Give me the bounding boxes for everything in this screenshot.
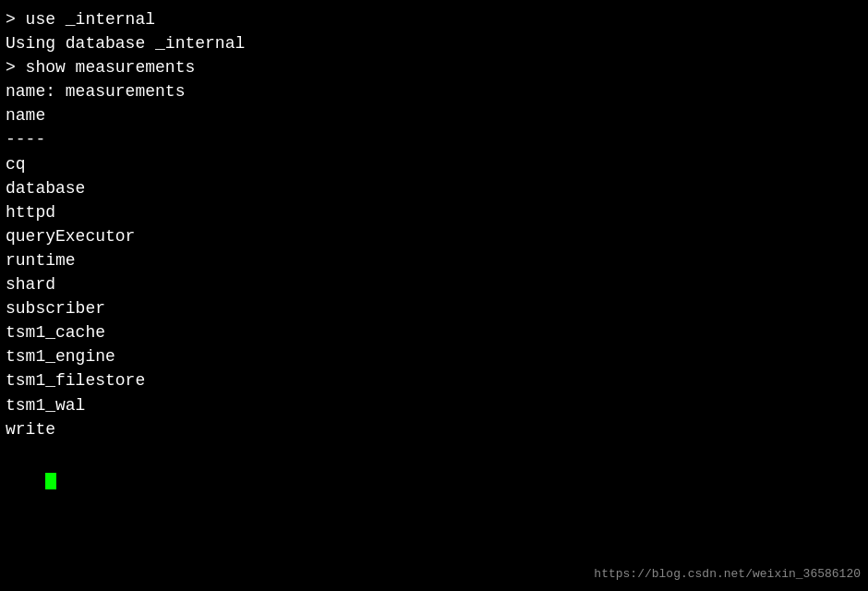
terminal-line: > show measurements xyxy=(6,55,862,79)
terminal-line: database xyxy=(6,176,862,200)
terminal-line: tsm1_filestore xyxy=(6,368,862,392)
terminal-cursor xyxy=(45,473,56,489)
terminal-line: tsm1_wal xyxy=(6,393,862,417)
terminal-line: > use _internal xyxy=(6,7,862,31)
terminal-line: subscriber xyxy=(6,296,862,320)
terminal-line: tsm1_engine xyxy=(6,344,862,368)
terminal-line: queryExecutor xyxy=(6,224,862,248)
terminal-line: ---- xyxy=(6,127,862,151)
terminal-line: name: measurements xyxy=(6,79,862,103)
cursor-line xyxy=(6,441,862,513)
terminal-line: Using database _internal xyxy=(6,31,862,55)
terminal-output: > use _internalUsing database _internal>… xyxy=(6,7,862,441)
terminal-line: write xyxy=(6,417,862,441)
terminal-window[interactable]: > use _internalUsing database _internal>… xyxy=(0,0,868,591)
terminal-line: shard xyxy=(6,272,862,296)
terminal-line: tsm1_cache xyxy=(6,320,862,344)
terminal-line: cq xyxy=(6,152,862,176)
terminal-line: runtime xyxy=(6,248,862,272)
terminal-line: httpd xyxy=(6,200,862,224)
watermark: https://blog.csdn.net/weixin_36586120 xyxy=(594,566,861,584)
terminal-line: name xyxy=(6,103,862,127)
